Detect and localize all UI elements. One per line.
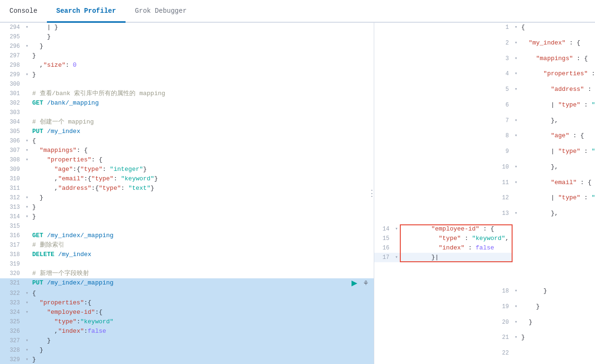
table-row: 327 ▾ } [0,336,374,346]
table-row: 300 [0,80,374,89]
table-row: 19 ▾ } [374,302,595,318]
table-row: 306 ▾ { [0,136,374,146]
table-row: 18 ▾ } [374,286,595,302]
table-row: 11 ▾ "email" : { [374,178,595,194]
table-row: 8 ▾ "age" : { [374,131,595,147]
table-row: 312 ▾ } [0,193,374,203]
table-row: 297 } [0,51,374,61]
left-code-lines: 294 ▾ | } 295 } 296 [0,23,374,364]
table-row: 13 ▾ }, [374,209,595,224]
table-row: 311 ,"address":{"type": "text"} [0,184,374,193]
table-row: 4 ▾ "properties" : { [374,69,595,85]
table-row: 308 ▾ "properties": { [0,155,374,165]
divider-handle: ⋮ [368,189,376,198]
table-row: 318 DELETE /my_index [0,250,374,259]
table-row: 314 ▾ } [0,212,374,222]
table-row: 296 ▾ } [0,42,374,51]
table-row: 14 ▾ "employee-id" : { [374,224,513,234]
tab-console[interactable]: Console [0,0,47,23]
table-row: 5 ▾ "address" : { [374,85,595,100]
table-row: 15 "type" : "keyword", [374,234,513,243]
table-row: 7 ▾ }, [374,116,595,132]
table-row: 295 } [0,32,374,42]
table-row: 321 PUT /my_index/_mapping ▶ ⚘ [0,278,374,289]
table-row: 309 "age":{"type": "integer"} [0,165,374,174]
tab-grok-debugger[interactable]: Grok Debugger [126,0,196,23]
table-row: 6 | "type" : "text" [374,100,595,116]
table-row: 310 ,"email":{"type": "keyword"} [0,174,374,184]
table-row: 298 ,"size": 0 [0,61,374,70]
run-button[interactable]: ▶ [351,278,358,287]
table-row: 326 ,"index":false [0,327,374,336]
table-row: 324 ▾ "employee-id":{ [0,308,374,317]
table-row: 325 "type":"keyword" [0,317,374,327]
table-row: 304 # 创建一个 mapping [0,117,374,127]
settings-button[interactable]: ⚘ [362,279,370,287]
tab-search-profiler[interactable]: Search Profiler [47,0,126,23]
table-row: 322 ▾ { [0,289,374,298]
table-row: 2 ▾ "my_index" : { [374,38,595,54]
tabs-bar: Console Search Profiler Grok Debugger [0,0,595,23]
table-row: 317 # 删除索引 [0,240,374,250]
table-row: 22 [374,348,595,364]
table-row: 319 [0,259,374,269]
table-row: 3 ▾ "mappings" : { [374,54,595,70]
right-code-lines: 1 ▾ { 2 ▾ "my_index" : { 3 ▾ "mappings" … [374,23,595,364]
table-row: 313 ▾ } [0,203,374,212]
table-row: 329 ▾ } [0,355,374,364]
table-row: 315 [0,222,374,231]
app-container: Console Search Profiler Grok Debugger 29… [0,0,595,364]
table-row: 307 ▾ "mappings": { [0,146,374,155]
table-row: 21 ▾ } [374,333,595,348]
table-row: 294 ▾ | } [0,23,374,32]
left-panel: 294 ▾ | } 295 } 296 [0,23,374,364]
table-row: 299 ▾ } [0,70,374,80]
right-editor[interactable]: 1 ▾ { 2 ▾ "my_index" : { 3 ▾ "mappings" … [374,23,595,364]
table-row: 12 | "type" : "keyword" [374,193,595,209]
table-row: 1 ▾ { [374,23,595,38]
red-box-section: 14 ▾ "employee-id" : { 15 "type" : "keyw… [374,224,513,262]
table-row: 16 "index" : false [374,243,513,253]
table-row: 323 ▾ "properties":{ [0,298,374,308]
table-row: 9 | "type" : "integer" [374,147,595,162]
left-editor[interactable]: 294 ▾ | } 295 } 296 [0,23,374,364]
table-row: 17 ▾ }| [374,253,513,262]
right-panel: 1 ▾ { 2 ▾ "my_index" : { 3 ▾ "mappings" … [374,23,595,364]
table-row: 301 # 查看/bank 索引库中所有的属性的 mapping [0,89,374,98]
table-row: 328 ▾ } [0,346,374,355]
table-row: 303 [0,108,374,117]
table-row: 302 GET /bank/_mapping [0,98,374,108]
table-row: 316 GET /my_index/_mapping [0,231,374,240]
table-row: 305 PUT /my_index [0,127,374,136]
table-row: 10 ▾ }, [374,162,595,178]
main-layout: 294 ▾ | } 295 } 296 [0,23,595,364]
table-row: 320 # 新增一个字段映射 [0,269,374,278]
table-row: 20 ▾ } [374,318,595,333]
